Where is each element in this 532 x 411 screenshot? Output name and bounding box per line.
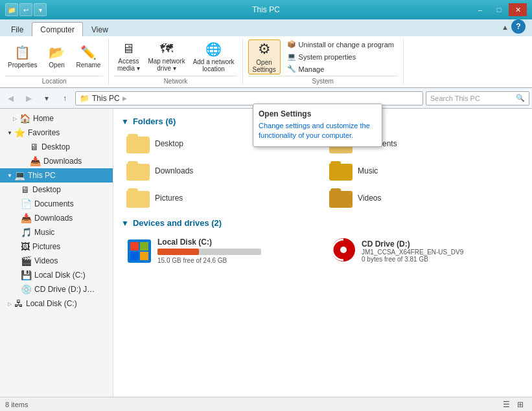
folder-item-downloads[interactable]: Downloads bbox=[121, 159, 321, 183]
tab-file[interactable]: File bbox=[3, 22, 32, 36]
sidebar-item-thispc[interactable]: ▼ 💻 This PC bbox=[0, 168, 113, 183]
favorites-icon: ⭐ bbox=[14, 128, 25, 138]
sidebar: ▷ 🏠 Home ▼ ⭐ Favorites 🖥 Desktop 📥 Downl… bbox=[0, 109, 113, 397]
sidebar-item-documents[interactable]: 📄 Documents bbox=[0, 197, 113, 211]
folder-item-pictures[interactable]: Pictures bbox=[121, 186, 321, 210]
cd-drive-name2: JM1_CCSA_X64FRE_EN-US_DV9 bbox=[362, 249, 519, 256]
large-icons-view-button[interactable]: ⊞ bbox=[514, 399, 527, 410]
svg-rect-4 bbox=[140, 252, 148, 260]
desktop-folder-icon bbox=[126, 134, 150, 153]
view-controls: ☰ ⊞ bbox=[500, 399, 527, 410]
quick-access-toolbar[interactable]: 📁 ↩ ▾ bbox=[5, 3, 47, 16]
back-button[interactable]: ◀ bbox=[3, 91, 18, 106]
sidebar-item-desktop-fav[interactable]: 🖥 Desktop bbox=[0, 140, 113, 154]
drive-item-c[interactable]: Local Disk (C:) 15.0 GB free of 24.6 GB bbox=[121, 233, 320, 269]
downloads-folder-icon bbox=[126, 161, 150, 181]
content-area: ▼ Folders (6) Desktop bbox=[113, 109, 532, 397]
drive-item-cd[interactable]: CD Drive (D:) JM1_CCSA_X64FRE_EN-US_DV9 … bbox=[325, 233, 524, 269]
sidebar-item-desktop[interactable]: 🖥 Desktop bbox=[0, 183, 113, 197]
system-group-label: System bbox=[248, 76, 398, 85]
properties-label: Properties bbox=[8, 61, 38, 69]
ribbon: 📋 Properties 📂 Open ✏️ Rename Location 🖥 bbox=[0, 36, 532, 88]
videos-icon: 🎬 bbox=[21, 256, 32, 266]
ribbon-group-system: ⚙ OpenSettings 📦 Uninstall or change a p… bbox=[243, 39, 404, 85]
sidebar-item-downloads-fav[interactable]: 📥 Downloads bbox=[0, 154, 113, 168]
svg-rect-1 bbox=[130, 242, 139, 250]
qs-icon[interactable]: 📁 bbox=[5, 3, 18, 16]
manage-button[interactable]: 🔧 Manage bbox=[283, 63, 398, 74]
minimize-button[interactable]: – bbox=[471, 3, 489, 16]
open-button[interactable]: 📂 Open bbox=[43, 39, 71, 74]
tab-computer[interactable]: Computer bbox=[32, 22, 83, 36]
drive-grid: Local Disk (C:) 15.0 GB free of 24.6 GB bbox=[121, 233, 524, 269]
system-properties-button[interactable]: 💻 System properties bbox=[283, 51, 398, 62]
sidebar-item-local-disk-c[interactable]: 💾 Local Disk (C:) bbox=[0, 268, 113, 282]
sidebar-item-pictures[interactable]: 🖼 Pictures bbox=[0, 239, 113, 254]
open-label: Open bbox=[49, 61, 64, 69]
open-settings-label: OpenSettings bbox=[253, 59, 276, 73]
hdd-icon-wrapper bbox=[126, 238, 152, 264]
sidebar-item-music[interactable]: 🎵 Music bbox=[0, 225, 113, 239]
properties-button[interactable]: 📋 Properties bbox=[5, 39, 40, 74]
status-bar: 8 items ☰ ⊞ bbox=[0, 397, 532, 411]
up-button[interactable]: ↑ bbox=[57, 91, 73, 106]
home-label: Home bbox=[33, 114, 54, 123]
thispc-icon: 💻 bbox=[14, 170, 25, 181]
access-media-label: Accessmedia ▾ bbox=[117, 58, 140, 72]
breadcrumb-separator: ▶ bbox=[122, 95, 127, 102]
cd-drive-name1: CD Drive (D:) bbox=[362, 239, 519, 249]
restore-button[interactable]: □ bbox=[490, 3, 508, 16]
forward-button[interactable]: ▶ bbox=[21, 91, 36, 106]
properties-icon: 📋 bbox=[14, 45, 30, 60]
home-icon: 🏠 bbox=[19, 113, 30, 124]
sidebar-item-home[interactable]: ▷ 🏠 Home bbox=[0, 111, 113, 126]
folder-small-icon: 📁 bbox=[80, 94, 89, 103]
folders-title: Folders (6) bbox=[133, 117, 176, 126]
ribbon-group-location: 📋 Properties 📂 Open ✏️ Rename Location bbox=[0, 39, 109, 85]
details-view-button[interactable]: ☰ bbox=[500, 399, 513, 410]
expand-thispc: ▼ bbox=[5, 173, 14, 179]
close-button[interactable]: ✕ bbox=[509, 3, 527, 16]
recent-locations-button[interactable]: ▾ bbox=[39, 91, 54, 106]
downloads-folder-label: Downloads bbox=[155, 166, 193, 175]
folders-toggle[interactable]: ▼ bbox=[121, 117, 129, 126]
add-network-button[interactable]: 🌐 Add a networklocation bbox=[191, 39, 237, 74]
map-drive-icon: 🗺 bbox=[160, 41, 173, 56]
qs-customize[interactable]: ▾ bbox=[34, 3, 47, 16]
thispc-label: This PC bbox=[28, 171, 56, 180]
open-settings-button[interactable]: ⚙ OpenSettings bbox=[248, 39, 281, 74]
ribbon-collapse-btn[interactable]: ▲ bbox=[502, 23, 509, 31]
sidebar-item-videos[interactable]: 🎬 Videos bbox=[0, 254, 113, 268]
drives-title: Devices and drives (2) bbox=[133, 218, 222, 228]
ribbon-tab-bar: File Computer View ▲ ? bbox=[0, 19, 532, 36]
desktop-label: Desktop bbox=[32, 185, 61, 194]
breadcrumb-thispc[interactable]: This PC bbox=[92, 94, 120, 103]
sidebar-item-favorites[interactable]: ▼ ⭐ Favorites bbox=[0, 126, 113, 140]
map-drive-button[interactable]: 🗺 Map networkdrive ▾ bbox=[145, 39, 187, 74]
qs-undo[interactable]: ↩ bbox=[19, 3, 32, 16]
folder-item-videos[interactable]: Videos bbox=[324, 186, 524, 210]
sidebar-item-cd-drive[interactable]: 💿 CD Drive (D:) J… bbox=[0, 282, 113, 296]
uninstall-program-button[interactable]: 📦 Uninstall or change a program bbox=[283, 39, 398, 50]
add-network-label: Add a networklocation bbox=[193, 58, 235, 72]
folder-item-music[interactable]: Music bbox=[324, 159, 524, 183]
location-group-label: Location bbox=[5, 76, 103, 85]
drives-toggle[interactable]: ▼ bbox=[121, 219, 129, 228]
search-box[interactable]: Search This PC 🔍 bbox=[426, 91, 529, 106]
access-media-button[interactable]: 🖥 Accessmedia ▾ bbox=[114, 39, 143, 74]
items-count: 8 items bbox=[5, 401, 28, 408]
window-controls: – □ ✕ bbox=[471, 3, 527, 16]
tooltip-description: Change settings and customize the functi… bbox=[259, 121, 376, 141]
sidebar-item-downloads[interactable]: 📥 Downloads bbox=[0, 211, 113, 225]
tab-view[interactable]: View bbox=[83, 22, 117, 36]
help-button[interactable]: ? bbox=[511, 19, 526, 34]
manage-label: Manage bbox=[299, 65, 325, 73]
desktop-fav-icon: 🖥 bbox=[30, 142, 39, 152]
network-disk-icon: 🖧 bbox=[14, 298, 23, 309]
sidebar-item-local-disk-net[interactable]: ▷ 🖧 Local Disk (C:) bbox=[0, 296, 113, 311]
desktop-fav-label: Desktop bbox=[41, 142, 70, 151]
rename-button[interactable]: ✏️ Rename bbox=[74, 39, 104, 74]
videos-label: Videos bbox=[34, 256, 58, 265]
downloads-icon: 📥 bbox=[21, 213, 32, 223]
pictures-icon: 🖼 bbox=[21, 241, 30, 252]
